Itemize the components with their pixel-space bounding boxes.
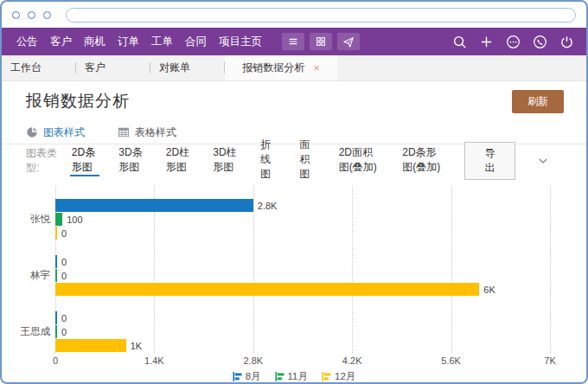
bar-value-label: 0 — [61, 228, 67, 239]
menu-button[interactable] — [282, 33, 304, 50]
x-axis-tick: 5.6K — [441, 355, 461, 366]
legend-label: 8月 — [246, 370, 261, 383]
refresh-button[interactable]: 刷新 — [512, 90, 564, 113]
bar[interactable] — [55, 269, 57, 282]
chart-type-8[interactable]: 2D条形图(叠加) — [400, 144, 447, 176]
grid-button[interactable] — [310, 33, 332, 50]
bar[interactable] — [55, 283, 479, 296]
chart-type-7[interactable]: 2D面积图(叠加) — [337, 144, 384, 176]
browser-bar — [2, 2, 586, 28]
plus-icon[interactable] — [479, 35, 494, 49]
bar-value-label: 6K — [483, 285, 495, 295]
bar-row: 0 — [55, 255, 550, 268]
chart-legend: 8月11月12月 — [2, 370, 586, 383]
search-icon[interactable] — [452, 35, 467, 49]
bar-row: 1K — [55, 339, 550, 352]
grid-icon — [315, 35, 327, 48]
power-icon[interactable] — [559, 35, 574, 49]
nav-item-6[interactable]: 合同 — [179, 35, 213, 49]
bar[interactable] — [55, 311, 57, 324]
chart-type-5[interactable]: 折线图 — [259, 144, 280, 176]
phone-icon[interactable] — [533, 35, 547, 49]
view-toggle-table-style[interactable]: 表格样式 — [118, 125, 176, 140]
tab-1[interactable]: 工作台 — [2, 55, 76, 80]
legend-item[interactable]: 11月 — [275, 370, 308, 383]
x-axis: 01.4K2.8K4.2K5.6K7K — [55, 355, 550, 368]
legend-label: 11月 — [288, 370, 308, 383]
main-nav: 公告客户商机订单工单合同项目主页 — [2, 28, 586, 55]
bar-value-label: 100 — [67, 214, 82, 225]
more-icon[interactable] — [506, 35, 521, 49]
category-label: 林宇 — [2, 269, 50, 282]
nav-item-3[interactable]: 商机 — [78, 35, 112, 49]
tab-4[interactable]: 报销数据分析× — [225, 55, 337, 80]
address-bar-input[interactable] — [66, 8, 576, 22]
bar[interactable] — [55, 325, 57, 338]
window-control-icon[interactable] — [28, 11, 35, 19]
bar-row: 0 — [55, 311, 550, 324]
table-icon — [118, 126, 130, 138]
category-label: 王思成 — [2, 325, 50, 338]
tab-close-icon[interactable]: × — [313, 62, 320, 74]
tab-label: 报销数据分析 — [242, 61, 304, 75]
app-window: 公告客户商机订单工单合同项目主页 工作台客户对账单报销数据分析× 报销数据分析 … — [0, 0, 588, 384]
nav-item-7[interactable]: 项目主页 — [213, 35, 268, 49]
category-label: 张悦 — [2, 213, 50, 226]
chart-type-list: 2D条形图3D条形图2D柱形图3D柱形图折线图面积图2D面积图(叠加)2D条形图… — [70, 144, 464, 176]
bar-value-label: 2.8K — [258, 201, 278, 211]
window-control-icon[interactable] — [43, 11, 51, 19]
nav-items: 公告客户商机订单工单合同项目主页 — [10, 35, 268, 49]
bar-row: 0 — [55, 227, 550, 240]
legend-marker-icon — [233, 372, 242, 381]
nav-icon-buttons — [282, 33, 360, 50]
legend-marker-icon — [322, 372, 331, 381]
chevron-down-icon[interactable] — [538, 156, 548, 166]
chart-type-1[interactable]: 2D条形图 — [70, 144, 100, 176]
bar-value-label: 1K — [131, 341, 142, 351]
bar[interactable] — [55, 339, 126, 352]
send-button[interactable] — [337, 33, 360, 50]
nav-item-4[interactable]: 订单 — [112, 35, 145, 49]
view-toggle-label: 图表样式 — [43, 125, 85, 140]
chart-type-3[interactable]: 2D柱形图 — [164, 144, 195, 176]
chart-type-4[interactable]: 3D柱形图 — [211, 144, 241, 176]
window-control-icon[interactable] — [12, 11, 20, 19]
tab-label: 客户 — [85, 61, 105, 75]
nav-item-5[interactable]: 工单 — [145, 35, 179, 49]
legend-item[interactable]: 12月 — [322, 370, 355, 383]
bar-row: 2.8K — [55, 199, 550, 212]
view-toggles: 图表样式表格样式 — [2, 121, 586, 144]
bar[interactable] — [55, 255, 57, 268]
menu-icon — [287, 35, 299, 48]
bar-row: 6K — [55, 283, 550, 296]
chart-type-label: 图表类型: — [26, 146, 58, 176]
legend-marker-icon — [275, 372, 284, 381]
nav-right-icons — [452, 35, 574, 49]
nav-item-2[interactable]: 客户 — [44, 35, 78, 49]
tab-label: 对账单 — [159, 61, 190, 75]
x-axis-tick: 1.4K — [144, 355, 164, 366]
tab-3[interactable]: 对账单 — [150, 55, 225, 80]
bar-value-label: 0 — [61, 257, 67, 267]
bar[interactable] — [55, 199, 253, 212]
export-button[interactable]: 导出 — [464, 142, 515, 180]
tab-2[interactable]: 客户 — [76, 55, 150, 80]
bar[interactable] — [55, 213, 62, 226]
bar-row: 0 — [55, 325, 550, 338]
bar-value-label: 0 — [61, 313, 67, 323]
legend-item[interactable]: 8月 — [233, 370, 261, 383]
legend-label: 12月 — [335, 370, 355, 383]
chart-type-2[interactable]: 3D条形图 — [117, 144, 147, 176]
view-toggle-chart-style[interactable]: 图表样式 — [26, 125, 85, 140]
nav-item-1[interactable]: 公告 — [10, 35, 44, 49]
bar-value-label: 0 — [61, 271, 67, 281]
bar-value-label: 0 — [61, 327, 67, 337]
pie-icon — [26, 126, 38, 138]
chart-type-6[interactable]: 面积图 — [297, 144, 319, 176]
bar[interactable] — [55, 227, 57, 240]
view-toggle-label: 表格样式 — [135, 125, 176, 140]
tab-label: 工作台 — [10, 61, 42, 75]
x-axis-tick: 0 — [53, 355, 58, 366]
x-axis-tick: 2.8K — [243, 355, 263, 366]
bar-chart: 2.8K1000006K001K 张悦林宇王思成 01.4K2.8K4.2K5.… — [2, 176, 586, 382]
